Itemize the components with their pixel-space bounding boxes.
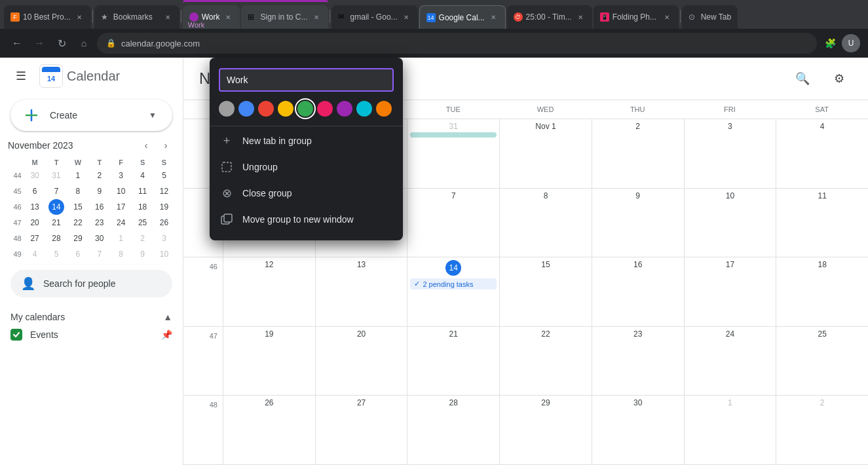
mini-cal-day[interactable]: 15 [67,199,88,215]
day-cell-22[interactable]: 22 [499,327,592,396]
day-cell-16[interactable]: 16 [592,257,684,326]
mini-cal-day[interactable]: 3 [153,231,175,246]
day-cell-23[interactable]: 23 [592,327,684,396]
tab-folding[interactable]: 📱 Folding Ph... ✕ [594,5,679,29]
color-dot-cyan[interactable] [356,101,372,117]
create-button[interactable]: Create ▼ [10,100,172,131]
mini-cal-day[interactable]: 23 [88,215,110,231]
day-cell-11[interactable]: 11 [776,189,868,257]
day-cell-nov4[interactable]: 4 [776,119,868,188]
mini-cal-day[interactable]: 5 [153,168,175,183]
mini-cal-day[interactable]: 17 [110,199,132,215]
mini-cal-day[interactable]: 12 [153,183,175,199]
day-cell-15[interactable]: 15 [499,257,592,326]
refresh-button[interactable]: ↻ [52,34,71,52]
mini-cal-day[interactable]: 13 [24,199,46,215]
tab-close-icon[interactable]: ✕ [311,12,322,22]
mini-cal-day[interactable]: 22 [67,215,88,231]
day-cell-21[interactable]: 21 [407,327,499,396]
day-cell-26[interactable]: 26 [223,396,315,464]
color-dot-red[interactable] [258,101,274,117]
mini-cal-day[interactable]: 6 [67,246,88,262]
group-name-input[interactable] [219,68,394,92]
tab-close-icon[interactable]: ✕ [401,12,411,22]
mini-cal-day[interactable]: 19 [153,199,175,215]
day-cell-27[interactable]: 27 [315,396,407,464]
tab-close-icon[interactable]: ✕ [162,12,173,22]
day-cell-oct31[interactable]: 31 [407,119,499,188]
color-dot-green[interactable] [297,101,313,117]
tab-gmail[interactable]: ✉ gmail - Goo... ✕ [331,5,418,29]
mini-cal-day[interactable]: 4 [24,246,46,262]
tab-close-icon[interactable]: ✕ [662,12,672,22]
color-dot-pink[interactable] [317,101,333,117]
mini-cal-day[interactable]: 4 [132,168,153,183]
mini-cal-day[interactable]: 9 [88,183,110,199]
mini-cal-day[interactable]: 29 [67,231,88,246]
mini-cal-day[interactable]: 3 [110,168,132,183]
mini-cal-day[interactable]: 24 [110,215,132,231]
mini-cal-day[interactable]: 27 [24,231,46,246]
search-people-button[interactable]: 👤 Search for people [10,270,172,297]
mini-cal-day[interactable]: 8 [67,183,88,199]
mini-cal-day-today[interactable]: 14 [46,199,67,215]
mini-cal-prev-button[interactable]: ‹ [137,136,155,155]
day-cell-nov1[interactable]: Nov 1 [499,119,592,188]
mini-cal-day[interactable]: 11 [132,183,153,199]
tab-close-icon[interactable]: ✕ [575,12,586,22]
day-cell-29[interactable]: 29 [499,396,592,464]
mini-cal-day[interactable]: 6 [24,183,46,199]
tab-new[interactable]: ⊙ New Tab [682,5,738,29]
day-cell-dec1[interactable]: 1 [684,396,776,464]
color-dot-grey[interactable] [219,101,235,117]
forward-button[interactable]: → [30,34,48,52]
mini-cal-next-button[interactable]: › [157,136,175,155]
day-cell-25[interactable]: 25 [776,327,868,396]
day-cell-17[interactable]: 17 [684,257,776,326]
day-cell-10[interactable]: 10 [684,189,776,257]
mini-cal-day[interactable]: 8 [110,246,132,262]
mini-cal-day[interactable]: 2 [88,168,110,183]
day-cell-9[interactable]: 9 [592,189,684,257]
mini-cal-day[interactable]: 25 [132,215,153,231]
mini-cal-day[interactable]: 31 [46,168,67,183]
day-cell-13[interactable]: 13 [315,257,407,326]
profile-btn[interactable]: U [842,34,860,52]
mini-cal-day[interactable]: 1 [67,168,88,183]
color-dot-blue[interactable] [238,101,254,117]
mini-cal-day[interactable]: 7 [46,183,67,199]
mini-cal-day[interactable]: 16 [88,199,110,215]
tab-close-icon[interactable]: ✕ [488,12,499,23]
hamburger-button[interactable]: ☰ [8,63,34,89]
home-button[interactable]: ⌂ [75,34,93,52]
mini-cal-day[interactable]: 18 [132,199,153,215]
back-button[interactable]: ← [8,34,26,52]
mini-cal-day[interactable]: 21 [46,215,67,231]
mini-cal-day[interactable]: 5 [46,246,67,262]
day-cell-14-today[interactable]: 14 ✓ 2 pending tasks [407,257,499,326]
day-cell-30[interactable]: 30 [592,396,684,464]
mini-cal-day[interactable]: 10 [110,183,132,199]
dropdown-item-ungroup[interactable]: Ungroup [210,154,403,180]
day-cell-19[interactable]: 19 [223,327,315,396]
day-cell-8[interactable]: 8 [499,189,592,257]
settings-button[interactable]: ⚙ [826,65,852,92]
tab-close-icon[interactable]: ✕ [223,12,233,22]
day-cell-nov2[interactable]: 2 [592,119,684,188]
mini-cal-day[interactable]: 2 [132,231,153,246]
mini-cal-day[interactable]: 30 [88,231,110,246]
day-cell-12[interactable]: 12 [223,257,315,326]
day-cell-28[interactable]: 28 [407,396,499,464]
mini-cal-day[interactable]: 9 [132,246,153,262]
color-dot-purple[interactable] [337,101,352,117]
mini-cal-day[interactable]: 7 [88,246,110,262]
extensions-btn[interactable]: 🧩 [821,34,839,52]
tab-2[interactable]: ★ Bookmarks ✕ [94,5,179,29]
tab-close-icon[interactable]: ✕ [74,12,85,22]
tab-1[interactable]: F 10 Best Pro... ✕ [4,5,91,29]
mini-cal-day[interactable]: 10 [153,246,175,262]
address-bar[interactable]: 🔒 calendar.google.com [97,33,817,54]
mini-cal-day[interactable]: 28 [46,231,67,246]
color-dot-yellow[interactable] [278,101,293,117]
tab-timer[interactable]: ⏱ 25:00 - Tim... ✕ [507,5,592,29]
